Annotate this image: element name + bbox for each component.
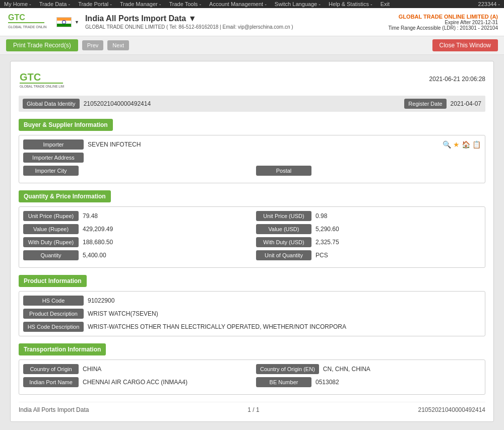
top-toolbar: Print Trade Record(s) Prev Next Close Th… [0,36,504,55]
flag-selector[interactable]: ▼ [56,17,79,27]
country-origin-en-value: CN, CHN, CHINA [323,366,481,373]
duty-row: With Duty (Rupee) 188,680.50 With Duty (… [23,237,481,247]
buyer-supplier-body: Importer SEVEN INFOTECH 🔍 ★ 🏠 📋 Importer… [19,135,485,183]
next-button-top[interactable]: Next [107,40,129,50]
header-subtitle: GLOBAL TRADE ONLINE LIMITED ( Tel: 86-51… [85,24,383,30]
close-button-top[interactable]: Close This Window [432,39,498,51]
port-row: Indian Port Name CHENNAI AIR CARGO ACC (… [23,377,481,387]
postal-label: Postal [256,166,311,176]
india-flag [56,17,72,27]
unit-price-rupee-col: Unit Price (Rupee) 79.48 [23,211,248,221]
unit-of-qty-label: Unit of Quantity [256,250,311,260]
svg-text:GTC: GTC [8,13,25,22]
country-origin-en-col: Country of Origin (EN) CN, CHN, CHINA [256,364,481,374]
account-info: GLOBAL TRADE ONLINE LIMITED (A) Expire A… [388,14,498,31]
header-title-block: India All Ports Import Data ▼ GLOBAL TRA… [85,14,383,30]
company-name: GLOBAL TRADE ONLINE LIMITED (A) [388,14,498,20]
record-footer: India All Ports Import Data 1 / 1 210520… [19,402,485,413]
country-origin-col: Country of Origin CHINA [23,364,248,374]
hs-code-value: 91022900 [88,297,481,304]
identity-row: Global Data Identity 2105202104000049241… [19,96,485,112]
quantity-label: Quantity [23,250,79,260]
top-nav[interactable]: My Home - Trade Data - Trade Portal - Tr… [4,1,390,7]
record-datetime: 2021-06-21 20:06:28 [429,76,485,83]
value-rupee-label: Value (Rupee) [23,224,79,234]
nav-exit[interactable]: Exit [381,1,390,7]
nav-language[interactable]: Switch Language - [275,1,321,7]
hs-code-desc-label: HS Code Description [23,322,84,332]
country-origin-value: CHINA [83,366,248,373]
unit-price-usd-value: 0.98 [316,212,481,220]
country-origin-label: Country of Origin [23,364,79,374]
hs-code-desc-value: WRIST-WATCHES OTHER THAN ELECTRICALLY OP… [88,323,481,330]
page-title: India All Ports Import Data ▼ [85,14,383,23]
record-footer-left: India All Ports Import Data [19,406,89,413]
svg-text:GLOBAL TRADE ONLINE LIMITED: GLOBAL TRADE ONLINE LIMITED [20,85,64,88]
nav-tradedata[interactable]: Trade Data - [39,1,70,7]
unit-price-rupee-value: 79.48 [83,212,248,220]
port-name-label: Indian Port Name [23,377,79,387]
record-footer-center: 1 / 1 [247,406,259,413]
buyer-supplier-header: Buyer & Supplier Information [19,119,113,131]
home-icon[interactable]: 🏠 [462,140,470,149]
expire-date: Expire After 2021-12-31 [388,20,498,25]
importer-value: SEVEN INFOTECH [88,141,434,148]
quantity-price-header: Quantity & Price Information [19,190,111,202]
hs-code-row: HS Code 91022900 [23,296,481,306]
importer-city-label: Importer City [23,166,79,176]
product-header: Product Information [19,275,87,287]
nav-myhome[interactable]: My Home - [4,1,31,7]
prev-button-top[interactable]: Prev [82,40,104,50]
quantity-price-body: Unit Price (Rupee) 79.48 Unit Price (USD… [19,206,485,268]
city-col: Importer City [23,166,248,176]
duty-rupee-label: With Duty (Rupee) [23,237,79,247]
record-logo: GTC GLOBAL TRADE ONLINE LIMITED [19,69,64,89]
nav-trademanager[interactable]: Trade Manager - [120,1,161,7]
be-number-col: BE Number 0513082 [256,377,481,387]
value-row: Value (Rupee) 429,209.49 Value (USD) 5,2… [23,224,481,234]
record-header: GTC GLOBAL TRADE ONLINE LIMITED 2021-06-… [19,69,485,89]
value-rupee-value: 429,209.49 [83,226,248,233]
svg-rect-5 [20,83,63,84]
transport-body: Country of Origin CHINA Country of Origi… [19,360,485,395]
search-icon[interactable]: 🔍 [443,140,451,149]
duty-usd-col: With Duty (USD) 2,325.75 [256,237,481,247]
svg-text:GTC: GTC [20,71,41,83]
unit-of-qty-value: PCS [316,252,481,259]
value-usd-col: Value (USD) 5,290.60 [256,224,481,234]
nav-accountmgmt[interactable]: Account Management - [209,1,267,7]
importer-icons[interactable]: 🔍 ★ 🏠 📋 [443,140,481,149]
header: GTC GLOBAL TRADE ONLINE LIMITED ▼ India … [0,8,504,36]
hs-code-label: HS Code [23,296,84,306]
svg-rect-2 [8,22,44,23]
note-icon[interactable]: 📋 [472,140,481,149]
quantity-price-section: Quantity & Price Information Unit Price … [19,190,485,268]
top-bar: My Home - Trade Data - Trade Portal - Tr… [0,0,504,8]
nav-tradetools[interactable]: Trade Tools - [169,1,202,7]
nav-tradeportal[interactable]: Trade Portal - [78,1,112,7]
nav-help[interactable]: Help & Statistics - [329,1,372,7]
be-number-label: BE Number [256,377,311,387]
port-name-value: CHENNAI AIR CARGO ACC (INMAA4) [83,379,248,386]
star-icon[interactable]: ★ [453,140,460,149]
product-body: HS Code 91022900 Product Description WRI… [19,291,485,336]
flag-dropdown-arrow[interactable]: ▼ [75,20,79,25]
postal-col: Postal [256,166,481,176]
country-origin-en-label: Country of Origin (EN) [256,364,319,374]
unit-price-row: Unit Price (Rupee) 79.48 Unit Price (USD… [23,211,481,221]
product-desc-value: WRIST WATCH(7SEVEN) [88,310,481,317]
quantity-col: Quantity 5,400.00 [23,250,248,260]
main-content: GTC GLOBAL TRADE ONLINE LIMITED 2021-06-… [0,55,504,430]
record-footer-right: 21052021040000492414 [418,406,485,413]
register-date-value: 2021-04-07 [451,100,481,107]
transport-section: Transportation Information Country of Or… [19,343,485,395]
quantity-value: 5,400.00 [83,252,248,259]
duty-usd-label: With Duty (USD) [256,237,311,247]
svg-text:GLOBAL TRADE ONLINE LIMITED: GLOBAL TRADE ONLINE LIMITED [8,25,46,29]
logo: GTC GLOBAL TRADE ONLINE LIMITED [6,11,46,33]
buyer-supplier-section: Buyer & Supplier Information Importer SE… [19,119,485,183]
importer-row: Importer SEVEN INFOTECH 🔍 ★ 🏠 📋 [23,139,481,150]
time-range: Time Range Accessible (LDR) : 201301 - 2… [388,25,498,31]
print-button-top[interactable]: Print Trade Record(s) [6,39,78,51]
value-usd-label: Value (USD) [256,224,311,234]
